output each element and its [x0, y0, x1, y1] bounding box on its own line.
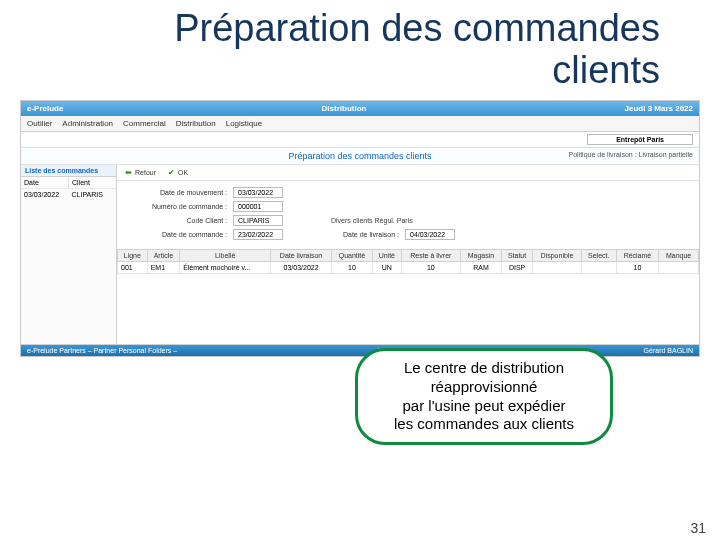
orders-list-panel: Liste des commandes Date Client 03/03/20… [21, 165, 117, 344]
th[interactable]: Reste à livrer [401, 249, 460, 261]
th[interactable]: Select. [581, 249, 616, 261]
detail-toolbar: ⬅ Retour ✔ OK [117, 165, 699, 181]
th[interactable]: Unité [373, 249, 402, 261]
td [533, 261, 582, 273]
ok-label: OK [178, 169, 188, 176]
td [659, 261, 699, 273]
annotation-line: réapprovisionné [368, 378, 600, 397]
th[interactable]: Libellé [180, 249, 271, 261]
app-screenshot: e-Prelude Distribution Jeudi 3 Mars 2022… [20, 100, 700, 357]
orders-list-headers: Date Client [21, 177, 116, 188]
depot-selector[interactable]: Entrepôt Paris [587, 134, 693, 145]
td: 10 [401, 261, 460, 273]
td: RAM [460, 261, 501, 273]
td: UN [373, 261, 402, 273]
footer-right: Gérard BAGLIN [644, 347, 693, 354]
orders-list-title: Liste des commandes [21, 165, 116, 177]
blank-area [117, 274, 699, 344]
td: 03/03/2022 [271, 261, 332, 273]
label-date-liv: Date de livraison : [319, 231, 399, 238]
input-date-mvt[interactable]: 03/03/2022 [233, 187, 283, 198]
annotation-line: les commandes aux clients [368, 415, 600, 434]
back-label: Retour [135, 169, 156, 176]
grid-row[interactable]: 001 EM1 Élément mochoiré v... 03/03/2022… [118, 261, 699, 273]
label-num: Numéro de commande : [127, 203, 227, 210]
back-button[interactable]: ⬅ Retour [125, 168, 156, 177]
menu-item[interactable]: Administration [62, 119, 113, 128]
th[interactable]: Magasin [460, 249, 501, 261]
section-title-text: Préparation des commandes clients [288, 151, 431, 161]
annotation-line: Le centre de distribution [368, 359, 600, 378]
th[interactable]: Ligne [118, 249, 148, 261]
label-date-cmd: Date de commande : [127, 231, 227, 238]
td: EM1 [147, 261, 179, 273]
input-date-cmd[interactable]: 23/02/2022 [233, 229, 283, 240]
order-form: Date de mouvement : 03/03/2022 Numéro de… [117, 181, 699, 249]
lines-grid: Ligne Article Libellé Date livraison Qua… [117, 249, 699, 274]
grid-header-row: Ligne Article Libellé Date livraison Qua… [118, 249, 699, 261]
app-module: Distribution [322, 104, 367, 113]
app-menubar[interactable]: Outilier Administration Commercial Distr… [21, 116, 699, 132]
th[interactable]: Manque [659, 249, 699, 261]
orders-list-row[interactable]: 03/03/2022 CLIPARIS [21, 188, 116, 200]
delivery-policy: Politique de livraison : Livraison parti… [568, 151, 693, 158]
app-date: Jeudi 3 Mars 2022 [625, 104, 693, 113]
menu-item[interactable]: Distribution [176, 119, 216, 128]
label-client: Code Client : [127, 217, 227, 224]
td [581, 261, 616, 273]
body-area: Liste des commandes Date Client 03/03/20… [21, 165, 699, 345]
th[interactable]: Date livraison [271, 249, 332, 261]
page-number: 31 [690, 520, 706, 536]
app-brand: e-Prelude [27, 104, 63, 113]
annotation-line: par l'usine peut expédier [368, 397, 600, 416]
app-header: e-Prelude Distribution Jeudi 3 Mars 2022 [21, 101, 699, 116]
client-name: Divers clients Régul. Paris [329, 216, 415, 225]
check-icon: ✔ [168, 168, 175, 177]
menu-item[interactable]: Outilier [27, 119, 52, 128]
context-bar: Entrepôt Paris [21, 132, 699, 148]
th[interactable]: Disponible [533, 249, 582, 261]
td: 001 [118, 261, 148, 273]
menu-item[interactable]: Commercial [123, 119, 166, 128]
cell-date: 03/03/2022 [21, 189, 69, 200]
td: 10 [331, 261, 372, 273]
order-detail-panel: ⬅ Retour ✔ OK Date de mouvement : 03/03/… [117, 165, 699, 344]
td: Élément mochoiré v... [180, 261, 271, 273]
menu-item[interactable]: Logistique [226, 119, 262, 128]
speech-bubble: Le centre de distribution réapprovisionn… [355, 348, 613, 445]
col-date: Date [21, 177, 69, 188]
th[interactable]: Statut [502, 249, 533, 261]
slide-title: Préparation des commandes clients [0, 0, 720, 92]
th[interactable]: Quantité [331, 249, 372, 261]
cell-client: CLIPARIS [69, 189, 117, 200]
td: 10 [616, 261, 659, 273]
th[interactable]: Article [147, 249, 179, 261]
footer-left: e-Prelude Partners – Partner Personal Fo… [27, 347, 177, 354]
td: DISP [502, 261, 533, 273]
input-num[interactable]: 000001 [233, 201, 283, 212]
col-client: Client [69, 177, 116, 188]
label-date-mvt: Date de mouvement : [127, 189, 227, 196]
ok-button[interactable]: ✔ OK [168, 168, 188, 177]
th[interactable]: Réclamé [616, 249, 659, 261]
input-client[interactable]: CLIPARIS [233, 215, 283, 226]
section-title: Préparation des commandes clients Politi… [21, 148, 699, 165]
arrow-left-icon: ⬅ [125, 168, 132, 177]
input-date-liv[interactable]: 04/03/2022 [405, 229, 455, 240]
